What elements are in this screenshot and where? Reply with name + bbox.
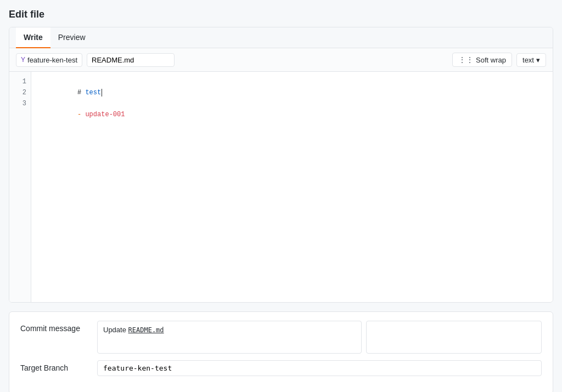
line-numbers: 1 2 3 bbox=[9, 72, 31, 302]
commit-message-filename: README.md bbox=[128, 326, 164, 334]
editor-container: Write Preview Y feature-ken-test ⋮⋮ Soft… bbox=[9, 27, 553, 303]
commit-description-area[interactable] bbox=[366, 321, 542, 354]
softwrap-button[interactable]: ⋮⋮ Soft wrap bbox=[452, 53, 512, 67]
branch-icon: Y bbox=[21, 56, 25, 64]
commit-section: Commit message Update README.md Target B… bbox=[9, 311, 553, 392]
commit-message-label: Commit message bbox=[20, 321, 97, 333]
heading-text: test bbox=[85, 89, 101, 96]
chevron-down-icon: ▾ bbox=[536, 56, 540, 64]
filename-input[interactable] bbox=[87, 53, 175, 67]
branch-name: feature-ken-test bbox=[27, 56, 77, 64]
editor-toolbar: Y feature-ken-test ⋮⋮ Soft wrap text ▾ bbox=[9, 48, 553, 72]
tabs-bar: Write Preview bbox=[9, 27, 553, 48]
tab-write[interactable]: Write bbox=[16, 27, 50, 48]
commit-message-group: Commit message Update README.md bbox=[20, 321, 542, 354]
target-branch-label: Target Branch bbox=[20, 360, 97, 372]
hash-symbol: # bbox=[77, 89, 85, 96]
code-line-2 bbox=[38, 87, 546, 98]
branch-badge[interactable]: Y feature-ken-test bbox=[16, 53, 82, 67]
tab-preview[interactable]: Preview bbox=[50, 27, 93, 48]
line-number-1: 1 bbox=[9, 76, 31, 87]
list-item-text: update-001 bbox=[85, 111, 125, 118]
softwrap-icon: ⋮⋮ bbox=[458, 55, 474, 64]
line-number-3: 3 bbox=[9, 98, 31, 109]
code-editor[interactable]: # test - update-001 bbox=[31, 72, 553, 302]
text-mode-label: text bbox=[522, 56, 534, 64]
toolbar-right: ⋮⋮ Soft wrap text ▾ bbox=[452, 53, 546, 67]
line-number-2: 2 bbox=[9, 87, 31, 98]
code-line-1: # test bbox=[38, 76, 546, 87]
softwrap-label: Soft wrap bbox=[476, 56, 506, 64]
target-branch-input[interactable] bbox=[97, 360, 542, 376]
page-title: Edit file bbox=[9, 9, 553, 20]
target-branch-group: Target Branch bbox=[20, 360, 542, 376]
text-mode-button[interactable]: text ▾ bbox=[516, 53, 546, 67]
list-dash: - bbox=[77, 111, 85, 118]
commit-message-prefix: Update bbox=[103, 326, 128, 334]
commit-message-input[interactable]: Update README.md bbox=[97, 321, 362, 354]
cursor bbox=[102, 89, 102, 96]
code-line-3: - update-001 bbox=[38, 98, 546, 109]
editor-area: 1 2 3 # test - update-001 bbox=[9, 72, 553, 302]
